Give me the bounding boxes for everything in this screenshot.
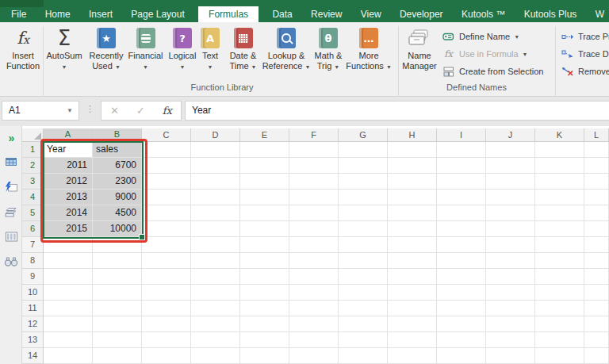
row-header-11[interactable]: 11 (22, 301, 44, 316)
cell-d5[interactable] (191, 205, 240, 221)
cell-g13[interactable] (339, 332, 388, 348)
cell-j10[interactable] (486, 285, 535, 301)
cell-a7[interactable] (44, 237, 93, 253)
cell-j11[interactable] (486, 301, 535, 316)
column-header-c[interactable]: C (142, 128, 191, 142)
cell-a5[interactable]: 2014 (44, 205, 93, 221)
cell-b11[interactable] (93, 301, 142, 316)
cell-f2[interactable] (289, 158, 339, 174)
cell-e1[interactable] (240, 142, 289, 158)
tab-home[interactable]: Home (40, 6, 75, 22)
cell-j5[interactable] (486, 205, 535, 221)
cell-f10[interactable] (289, 285, 339, 301)
formula-input[interactable]: Year (185, 101, 609, 121)
cell-l2[interactable] (584, 158, 609, 174)
cell-h13[interactable] (388, 332, 437, 348)
cell-i5[interactable] (437, 205, 486, 221)
cell-h11[interactable] (388, 301, 437, 316)
column-header-b[interactable]: B (93, 128, 142, 142)
cell-l9[interactable] (584, 269, 609, 285)
tab-view[interactable]: View (356, 6, 386, 22)
cell-a12[interactable] (44, 316, 93, 332)
cell-l4[interactable] (584, 190, 609, 205)
cell-l3[interactable] (584, 174, 609, 190)
cell-l11[interactable] (584, 301, 609, 316)
cell-k8[interactable] (535, 253, 584, 269)
cell-l7[interactable] (584, 237, 609, 253)
cell-j3[interactable] (486, 174, 535, 190)
lookup-reference-button[interactable]: Lookup &Reference ▼ (262, 25, 311, 81)
cell-f12[interactable] (289, 316, 339, 332)
cell-c7[interactable] (142, 237, 191, 253)
name-box-dropdown-icon[interactable]: ▼ (67, 107, 73, 114)
autosum-button[interactable]: ΣAutoSum▼ (45, 25, 83, 81)
cell-h6[interactable] (388, 221, 437, 237)
math-trig-button[interactable]: θMath &Trig ▼ (310, 25, 347, 81)
flash-pane-icon[interactable] (3, 179, 19, 193)
cell-l5[interactable] (584, 205, 609, 221)
cell-j12[interactable] (486, 316, 535, 332)
row-header-5[interactable]: 5 (22, 205, 44, 221)
cell-l12[interactable] (584, 316, 609, 332)
cell-g7[interactable] (339, 237, 388, 253)
cell-h2[interactable] (388, 158, 437, 174)
cell-k1[interactable] (535, 142, 584, 158)
cell-f5[interactable] (289, 205, 339, 221)
cell-d12[interactable] (191, 316, 240, 332)
cell-b6[interactable]: 10000 (93, 221, 142, 237)
cell-f3[interactable] (289, 174, 339, 190)
cell-b13[interactable] (93, 332, 142, 348)
tab-insert[interactable]: Insert (84, 6, 117, 22)
trace-pre-button[interactable]: Trace Pre (561, 29, 609, 44)
cell-c3[interactable] (142, 174, 191, 190)
row-header-2[interactable]: 2 (22, 158, 44, 174)
cell-a1[interactable]: Year (44, 142, 93, 158)
cell-g6[interactable] (339, 221, 388, 237)
cell-j8[interactable] (486, 253, 535, 269)
cell-g2[interactable] (339, 158, 388, 174)
name-manager-button[interactable]: Name Manager (400, 25, 439, 81)
cell-e6[interactable] (240, 221, 289, 237)
cell-e3[interactable] (240, 174, 289, 190)
cell-i13[interactable] (437, 332, 486, 348)
tab-developer[interactable]: Developer (395, 6, 448, 22)
cell-g1[interactable] (339, 142, 388, 158)
trace-dep-button[interactable]: Trace Dep (561, 46, 609, 62)
cell-h10[interactable] (388, 285, 437, 301)
cell-e13[interactable] (240, 332, 289, 348)
cell-d4[interactable] (191, 190, 240, 205)
cell-l6[interactable] (584, 221, 609, 237)
cell-f8[interactable] (289, 253, 339, 269)
cell-b8[interactable] (93, 253, 142, 269)
worksheet-icon[interactable] (3, 154, 19, 168)
column-header-f[interactable]: F (289, 128, 339, 142)
cell-k14[interactable] (535, 348, 584, 364)
tab-kutools-plus[interactable]: Kutools Plus (519, 6, 582, 22)
row-header-4[interactable]: 4 (22, 190, 44, 205)
cell-f13[interactable] (289, 332, 339, 348)
tab-data[interactable]: Data (267, 6, 297, 22)
cell-l8[interactable] (584, 253, 609, 269)
insert-function-button[interactable]: fxInsertFunction (2, 25, 44, 81)
cell-l1[interactable] (584, 142, 609, 158)
cell-e12[interactable] (240, 316, 289, 332)
cell-b14[interactable] (93, 348, 142, 364)
cell-b1[interactable]: sales (93, 142, 142, 158)
cell-i9[interactable] (437, 269, 486, 285)
column-header-a[interactable]: A (44, 128, 93, 142)
column-header-l[interactable]: L (584, 128, 609, 142)
tab-kutools[interactable]: Kutools ™ (457, 6, 510, 22)
cell-a3[interactable]: 2012 (44, 174, 93, 190)
cell-l10[interactable] (584, 285, 609, 301)
cell-i6[interactable] (437, 221, 486, 237)
row-header-12[interactable]: 12 (22, 316, 44, 332)
cell-c12[interactable] (142, 316, 191, 332)
layers-icon[interactable] (3, 205, 19, 219)
cell-c13[interactable] (142, 332, 191, 348)
row-header-13[interactable]: 13 (22, 332, 44, 348)
cell-c10[interactable] (142, 285, 191, 301)
row-header-7[interactable]: 7 (22, 237, 44, 253)
cell-b4[interactable]: 9000 (93, 190, 142, 205)
row-header-8[interactable]: 8 (22, 253, 44, 269)
cell-c11[interactable] (142, 301, 191, 316)
